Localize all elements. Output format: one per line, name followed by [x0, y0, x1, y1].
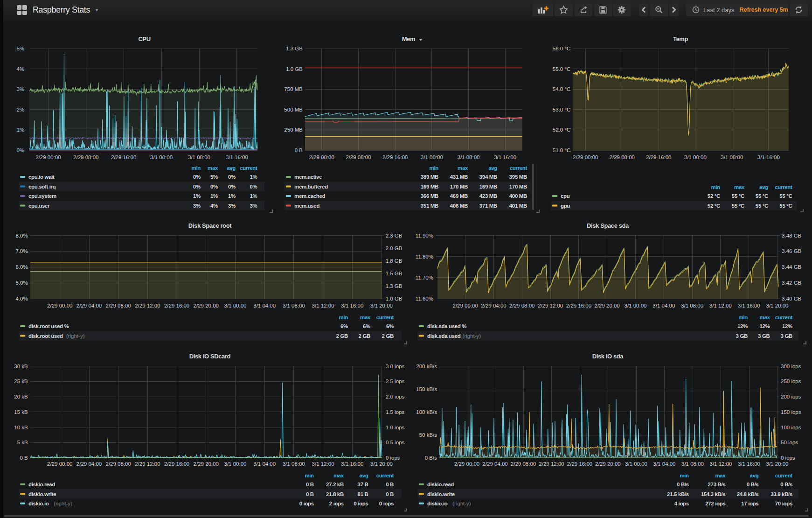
- svg-text:current: current: [240, 165, 257, 171]
- svg-text:27.2 kB: 27.2 kB: [326, 482, 344, 487]
- svg-text:17 iops: 17 iops: [741, 501, 758, 506]
- svg-text:3/1 12:00: 3/1 12:00: [312, 303, 334, 308]
- svg-text:5%: 5%: [16, 46, 24, 51]
- svg-text:min: min: [739, 315, 748, 320]
- svg-text:401 MB: 401 MB: [509, 203, 527, 209]
- svg-text:395 MB: 395 MB: [509, 174, 527, 180]
- svg-text:3/1 08:00: 3/1 08:00: [681, 303, 703, 308]
- svg-text:3/1 08:00: 3/1 08:00: [283, 303, 305, 308]
- svg-text:mem.active: mem.active: [294, 174, 322, 180]
- svg-text:0%: 0%: [193, 184, 201, 189]
- svg-text:max: max: [208, 165, 218, 171]
- svg-text:24.8 kB/s: 24.8 kB/s: [737, 491, 759, 497]
- svg-text:cpu.soft irq: cpu.soft irq: [28, 184, 56, 189]
- svg-text:0 B: 0 B: [386, 491, 394, 497]
- svg-text:423 MB: 423 MB: [479, 193, 497, 199]
- svg-text:200 kB/s: 200 kB/s: [416, 364, 437, 369]
- svg-text:2/29 20:00: 2/29 20:00: [194, 461, 219, 467]
- svg-text:3/1 16:00: 3/1 16:00: [757, 154, 780, 160]
- svg-text:50 kB/s: 50 kB/s: [419, 432, 437, 438]
- svg-text:11.60%: 11.60%: [416, 296, 433, 301]
- svg-text:0 B: 0 B: [20, 455, 28, 461]
- svg-text:current: current: [510, 165, 527, 171]
- svg-text:6%: 6%: [386, 323, 394, 329]
- svg-text:56.0 °C: 56.0 °C: [553, 46, 570, 51]
- svg-text:3/1 16:00: 3/1 16:00: [494, 154, 516, 160]
- svg-text:11.80%: 11.80%: [416, 254, 433, 259]
- svg-text:0 B: 0 B: [306, 482, 314, 487]
- svg-text:1%: 1%: [193, 193, 201, 199]
- svg-text:3/1 00:00: 3/1 00:00: [150, 154, 173, 160]
- svg-text:150 iops: 150 iops: [781, 409, 801, 415]
- svg-text:3.44 GB: 3.44 GB: [782, 264, 802, 270]
- svg-text:52 °C: 52 °C: [708, 203, 720, 209]
- svg-text:389 MB: 389 MB: [421, 174, 438, 180]
- svg-text:10 kB: 10 kB: [14, 425, 28, 430]
- svg-text:3/1 20:00: 3/1 20:00: [370, 303, 393, 308]
- svg-text:3%: 3%: [193, 203, 201, 209]
- svg-text:CPU: CPU: [138, 35, 150, 42]
- svg-text:0 iops: 0 iops: [386, 455, 400, 461]
- svg-text:2/29 08:00: 2/29 08:00: [511, 461, 536, 467]
- svg-text:3.42 GB: 3.42 GB: [782, 280, 802, 286]
- svg-text:0 B/s: 0 B/s: [780, 482, 792, 487]
- svg-text:25 kB: 25 kB: [14, 378, 28, 384]
- svg-text:disk.root used %: disk.root used %: [28, 323, 69, 329]
- svg-text:3/1 00:00: 3/1 00:00: [224, 461, 247, 467]
- svg-text:3/1 08:00: 3/1 08:00: [188, 154, 210, 160]
- svg-text:diskio.read: diskio.read: [427, 482, 454, 487]
- svg-text:2/29 04:00: 2/29 04:00: [76, 461, 102, 467]
- svg-text:55 °C: 55 °C: [779, 203, 792, 209]
- svg-text:3%: 3%: [250, 203, 257, 209]
- svg-text:min: min: [305, 473, 314, 478]
- svg-text:3/1 16:00: 3/1 16:00: [341, 461, 363, 467]
- svg-text:diskio.write: diskio.write: [28, 491, 56, 497]
- svg-text:3 GB: 3 GB: [758, 333, 770, 339]
- svg-text:55 °C: 55 °C: [732, 193, 744, 199]
- svg-text:4 iops: 4 iops: [674, 501, 689, 506]
- svg-text:min: min: [192, 165, 201, 171]
- svg-text:diskio.read: diskio.read: [28, 482, 55, 487]
- svg-text:1%: 1%: [16, 127, 24, 133]
- svg-text:current: current: [376, 315, 394, 320]
- svg-text:2.5 iops: 2.5 iops: [386, 378, 405, 384]
- svg-text:Disk Space root: Disk Space root: [188, 222, 232, 229]
- svg-text:2/29 16:00: 2/29 16:00: [567, 461, 592, 467]
- svg-text:54.0 °C: 54.0 °C: [553, 86, 570, 92]
- svg-text:12%: 12%: [737, 323, 748, 329]
- svg-text:0%: 0%: [193, 174, 201, 180]
- svg-text:3%: 3%: [228, 203, 236, 209]
- svg-text:3/1 00:00: 3/1 00:00: [421, 154, 443, 160]
- svg-text:1.5 GB: 1.5 GB: [386, 271, 403, 276]
- svg-text:272 iops: 272 iops: [705, 501, 725, 506]
- svg-text:0 iops: 0 iops: [354, 501, 368, 506]
- svg-text:3/1 16:00: 3/1 16:00: [738, 461, 760, 467]
- svg-text:0 B/s: 0 B/s: [425, 455, 437, 461]
- svg-text:2/29 04:00: 2/29 04:00: [76, 303, 102, 308]
- svg-text:55 °C: 55 °C: [756, 193, 768, 199]
- svg-text:avg: avg: [488, 165, 497, 171]
- svg-text:3%: 3%: [16, 86, 24, 92]
- svg-text:(right-y): (right-y): [54, 501, 72, 506]
- svg-text:100 iops: 100 iops: [781, 425, 801, 430]
- svg-text:5 kB: 5 kB: [17, 440, 28, 445]
- svg-text:2/29 16:00: 2/29 16:00: [566, 303, 591, 308]
- svg-text:6%: 6%: [363, 323, 370, 329]
- svg-text:avg: avg: [759, 184, 768, 190]
- svg-text:2/29 00:00: 2/29 00:00: [309, 154, 334, 160]
- svg-text:cpu.system: cpu.system: [28, 193, 56, 199]
- svg-text:2/29 08:00: 2/29 08:00: [610, 154, 635, 160]
- svg-text:12%: 12%: [782, 323, 792, 329]
- svg-text:394 MB: 394 MB: [479, 174, 497, 180]
- svg-text:273 B/s: 273 B/s: [708, 482, 726, 487]
- svg-text:170 MB: 170 MB: [509, 184, 527, 189]
- svg-text:1.8 GB: 1.8 GB: [386, 258, 403, 264]
- svg-text:400 MB: 400 MB: [509, 193, 527, 199]
- svg-text:2/29 12:00: 2/29 12:00: [539, 461, 564, 467]
- svg-text:max: max: [333, 473, 344, 478]
- svg-text:disk.sda used %: disk.sda used %: [427, 323, 466, 329]
- svg-text:351 MB: 351 MB: [421, 203, 438, 209]
- svg-text:1%: 1%: [250, 193, 257, 199]
- svg-text:0 B/s: 0 B/s: [747, 482, 759, 487]
- svg-text:Disk IO SDcard: Disk IO SDcard: [189, 353, 231, 360]
